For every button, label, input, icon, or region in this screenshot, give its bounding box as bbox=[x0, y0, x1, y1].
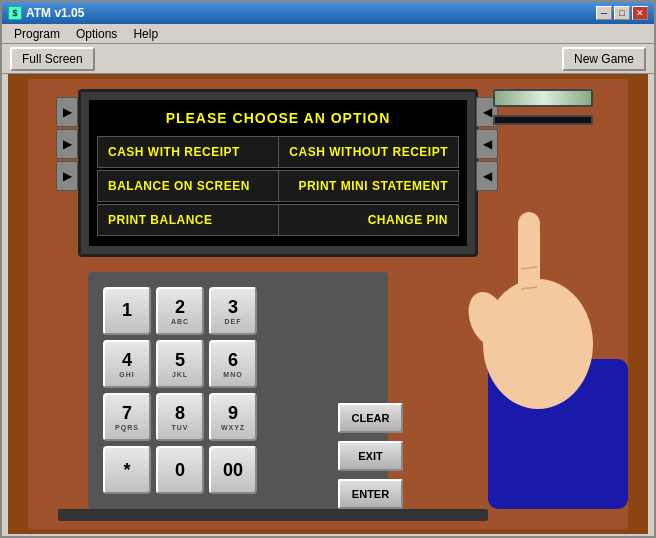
atm-body: PLEASE CHOOSE AN OPTION CASH WITH RECEIP… bbox=[8, 74, 648, 534]
key-2[interactable]: 2ABC bbox=[156, 287, 204, 335]
key-6[interactable]: 6MNO bbox=[209, 340, 257, 388]
screen-row-3: PRINT BALANCE CHANGE PIN bbox=[97, 204, 459, 236]
clear-button[interactable]: CLEAR bbox=[338, 403, 403, 433]
svg-rect-2 bbox=[518, 219, 540, 349]
new-game-button[interactable]: New Game bbox=[562, 47, 646, 71]
keypad-grid: 1 2ABC 3DEF 4GHI 5JKL 6MNO 7PQRS 8TUV 9W… bbox=[103, 287, 373, 441]
window-title: ATM v1.05 bbox=[26, 6, 84, 20]
screen-row-1: CASH WITH RECEIPT CASH WITHOUT RECEIPT bbox=[97, 136, 459, 168]
cash-with-receipt-btn[interactable]: CASH WITH RECEIPT bbox=[98, 137, 279, 167]
screen-container: PLEASE CHOOSE AN OPTION CASH WITH RECEIP… bbox=[78, 89, 478, 257]
card-slot bbox=[493, 89, 593, 107]
left-arrows: ▶ ▶ ▶ bbox=[56, 97, 78, 191]
exit-button[interactable]: EXIT bbox=[338, 441, 403, 471]
key-9[interactable]: 9WXYZ bbox=[209, 393, 257, 441]
window: $ ATM v1.05 ─ □ ✕ Program Options Help F… bbox=[0, 0, 656, 538]
func-buttons: CLEAR EXIT ENTER bbox=[338, 403, 403, 509]
enter-button[interactable]: ENTER bbox=[338, 479, 403, 509]
arrow-left-3[interactable]: ▶ bbox=[56, 161, 78, 191]
svg-point-3 bbox=[518, 212, 540, 236]
full-screen-button[interactable]: Full Screen bbox=[10, 47, 95, 71]
card-area bbox=[488, 89, 598, 125]
menu-options[interactable]: Options bbox=[68, 25, 125, 43]
hand-display bbox=[428, 159, 628, 509]
screen-row-2: BALANCE ON SCREEN PRINT MINI STATEMENT bbox=[97, 170, 459, 202]
close-button[interactable]: ✕ bbox=[632, 6, 648, 20]
key-3[interactable]: 3DEF bbox=[209, 287, 257, 335]
key-7[interactable]: 7PQRS bbox=[103, 393, 151, 441]
app-icon: $ bbox=[8, 6, 22, 20]
cash-slot bbox=[58, 509, 488, 521]
atm-screen: PLEASE CHOOSE AN OPTION CASH WITH RECEIP… bbox=[89, 100, 467, 246]
key-5[interactable]: 5JKL bbox=[156, 340, 204, 388]
menu-program[interactable]: Program bbox=[6, 25, 68, 43]
key-0[interactable]: 0 bbox=[156, 446, 204, 494]
title-bar: $ ATM v1.05 ─ □ ✕ bbox=[2, 2, 654, 24]
key-4[interactable]: 4GHI bbox=[103, 340, 151, 388]
screen-menu: CASH WITH RECEIPT CASH WITHOUT RECEIPT B… bbox=[97, 136, 459, 236]
atm-panel: PLEASE CHOOSE AN OPTION CASH WITH RECEIP… bbox=[28, 79, 628, 529]
menu-bar: Program Options Help bbox=[2, 24, 654, 44]
toolbar: Full Screen New Game bbox=[2, 44, 654, 74]
menu-help[interactable]: Help bbox=[125, 25, 166, 43]
arrow-right-2[interactable]: ◀ bbox=[476, 129, 498, 159]
arrow-left-1[interactable]: ▶ bbox=[56, 97, 78, 127]
key-star[interactable]: * bbox=[103, 446, 151, 494]
title-buttons: ─ □ ✕ bbox=[596, 6, 648, 20]
balance-on-screen-btn[interactable]: BALANCE ON SCREEN bbox=[98, 171, 279, 201]
keypad-bottom-row: * 0 00 bbox=[103, 446, 373, 494]
print-balance-btn[interactable]: PRINT BALANCE bbox=[98, 205, 279, 235]
screen-title: PLEASE CHOOSE AN OPTION bbox=[97, 110, 459, 126]
receipt-slot bbox=[493, 115, 593, 125]
key-8[interactable]: 8TUV bbox=[156, 393, 204, 441]
minimize-button[interactable]: ─ bbox=[596, 6, 612, 20]
key-1[interactable]: 1 bbox=[103, 287, 151, 335]
maximize-button[interactable]: □ bbox=[614, 6, 630, 20]
arrow-left-2[interactable]: ▶ bbox=[56, 129, 78, 159]
key-00[interactable]: 00 bbox=[209, 446, 257, 494]
hand-svg bbox=[428, 159, 628, 509]
